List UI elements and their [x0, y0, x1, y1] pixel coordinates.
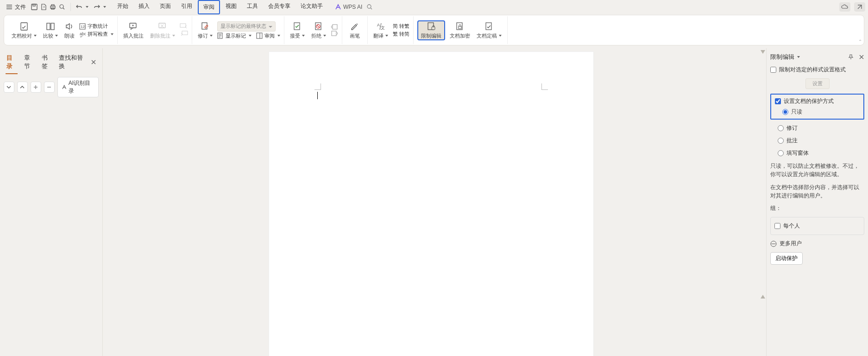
- simp-to-trad-button[interactable]: 简 转繁: [393, 23, 409, 30]
- settings-button[interactable]: 设置: [805, 78, 830, 89]
- pen-icon: [350, 21, 360, 32]
- svg-text:abc: abc: [80, 32, 86, 36]
- protection-desc-2: 在文档中选择部分内容，并选择可以对其进行编辑的用户。: [770, 183, 864, 200]
- svg-rect-9: [51, 23, 54, 30]
- file-menu[interactable]: 文件: [3, 1, 29, 13]
- review-pane-button[interactable]: 审阅: [256, 32, 280, 39]
- hamburger-icon: [6, 3, 13, 11]
- more-users-button[interactable]: 更多用户: [770, 240, 864, 248]
- svg-point-33: [772, 243, 773, 244]
- undo-dropdown[interactable]: [86, 6, 88, 8]
- panel-title-dropdown[interactable]: [797, 56, 800, 58]
- wps-ai-label: WPS AI: [343, 4, 362, 10]
- pin-icon[interactable]: [848, 54, 854, 60]
- sidebar-tab-chapter[interactable]: 章节: [23, 52, 35, 72]
- word-count-button[interactable]: 123 字数统计: [79, 23, 113, 30]
- tab-reference[interactable]: 引用: [176, 0, 197, 14]
- radio-forms[interactable]: 填写窗体: [770, 149, 864, 157]
- show-markup-button[interactable]: 显示标记: [217, 32, 252, 39]
- vertical-ruler: [760, 48, 766, 356]
- spell-check-button[interactable]: abc 拼写检查: [79, 31, 113, 38]
- tab-tools[interactable]: 工具: [242, 0, 263, 14]
- everyone-checkbox[interactable]: 每个人: [774, 222, 860, 230]
- read-aloud-button[interactable]: 朗读: [63, 20, 76, 40]
- preview-icon[interactable]: [58, 3, 66, 11]
- ruler-marker-bottom-icon: [761, 295, 765, 299]
- enforce-protection-button[interactable]: 启动保护: [770, 252, 803, 265]
- radio-trackchanges[interactable]: 修订: [770, 124, 864, 132]
- svg-rect-7: [21, 23, 27, 30]
- encrypt-button[interactable]: 文档加密: [448, 20, 472, 40]
- radio-comments[interactable]: 批注: [770, 137, 864, 145]
- cloud-icon[interactable]: [839, 2, 850, 12]
- ai-toc-button[interactable]: AI识别目录: [57, 77, 99, 97]
- accept-button[interactable]: 接受: [288, 20, 307, 40]
- restrict-editing-button[interactable]: 限制编辑: [417, 20, 445, 40]
- export-icon[interactable]: [40, 3, 47, 11]
- radio-readonly[interactable]: 只读: [775, 108, 860, 116]
- svg-text:A: A: [377, 23, 380, 27]
- spell-icon: abc: [79, 31, 86, 38]
- add-button[interactable]: [31, 82, 41, 93]
- reject-button[interactable]: 拒绝: [309, 20, 328, 40]
- search-icon[interactable]: [366, 3, 373, 11]
- track-changes-button[interactable]: 修订: [196, 20, 214, 40]
- sidebar-tab-toc[interactable]: 目录: [6, 52, 18, 72]
- panel-close-icon[interactable]: [859, 54, 864, 60]
- tab-page[interactable]: 页面: [155, 0, 176, 14]
- sidebar-close-icon[interactable]: [91, 58, 97, 66]
- tab-thesis[interactable]: 论文助手: [296, 0, 327, 14]
- compare-button[interactable]: 比较: [41, 20, 60, 40]
- margin-mark-tl: [314, 83, 321, 90]
- svg-text:文: 文: [381, 25, 385, 30]
- translate-button[interactable]: A文 翻译: [371, 20, 390, 40]
- delete-comment-button[interactable]: 删除批注: [148, 20, 177, 40]
- doc-proof-button[interactable]: 文档校对: [10, 20, 38, 40]
- print-icon[interactable]: [49, 3, 57, 11]
- svg-rect-0: [31, 4, 37, 10]
- svg-rect-8: [47, 23, 50, 30]
- finalize-button[interactable]: 文档定稿: [475, 20, 503, 40]
- undo-icon[interactable]: [75, 3, 83, 11]
- page[interactable]: [269, 52, 593, 356]
- limit-style-checkbox[interactable]: 限制对选定的样式设置格式: [770, 66, 864, 74]
- reject-icon: [314, 21, 324, 32]
- group-label: 组：: [770, 204, 864, 212]
- encrypt-icon: [455, 21, 465, 32]
- wps-ai-button[interactable]: WPS AI: [335, 4, 362, 10]
- comment-add-icon: [128, 21, 138, 32]
- comment-delete-icon: [157, 21, 168, 32]
- speaker-icon: [64, 21, 75, 32]
- svg-rect-16: [182, 31, 188, 35]
- markup-state-select[interactable]: 显示标记的最终状态: [217, 21, 276, 32]
- tab-view[interactable]: 视图: [221, 0, 241, 14]
- remove-button[interactable]: [44, 82, 55, 93]
- trad-to-simp-button[interactable]: 繁 转简: [393, 31, 409, 38]
- prev-comment-icon[interactable]: [180, 23, 188, 30]
- save-icon[interactable]: [31, 3, 38, 11]
- tab-start[interactable]: 开始: [113, 0, 133, 14]
- collapse-ribbon-icon[interactable]: ⌃: [858, 39, 862, 44]
- ink-button[interactable]: 画笔: [346, 20, 364, 40]
- next-comment-icon[interactable]: [180, 31, 188, 37]
- sidebar-tab-bookmark[interactable]: 书签: [41, 52, 53, 72]
- set-protection-checkbox[interactable]: 设置文档的保护方式: [775, 97, 860, 105]
- margin-mark-tr: [541, 83, 548, 90]
- next-change-icon[interactable]: [331, 31, 338, 36]
- redo-dropdown[interactable]: [103, 6, 106, 8]
- expand-down-button[interactable]: [4, 82, 14, 93]
- tab-review[interactable]: 审阅: [198, 0, 220, 14]
- sidebar-tab-findreplace[interactable]: 查找和替换: [58, 52, 85, 72]
- prev-change-icon[interactable]: [331, 24, 338, 30]
- svg-point-6: [367, 5, 371, 8]
- tab-member[interactable]: 会员专享: [264, 0, 295, 14]
- collapse-up-button[interactable]: [17, 82, 28, 93]
- svg-rect-1: [33, 4, 35, 6]
- insert-comment-button[interactable]: 插入批注: [121, 20, 145, 40]
- document-canvas[interactable]: [103, 48, 760, 356]
- tab-insert[interactable]: 插入: [134, 0, 154, 14]
- redo-icon[interactable]: [93, 3, 101, 11]
- share-icon[interactable]: [854, 2, 865, 12]
- ruler-marker-top-icon: [761, 50, 765, 54]
- panel-title: 限制编辑: [770, 53, 794, 61]
